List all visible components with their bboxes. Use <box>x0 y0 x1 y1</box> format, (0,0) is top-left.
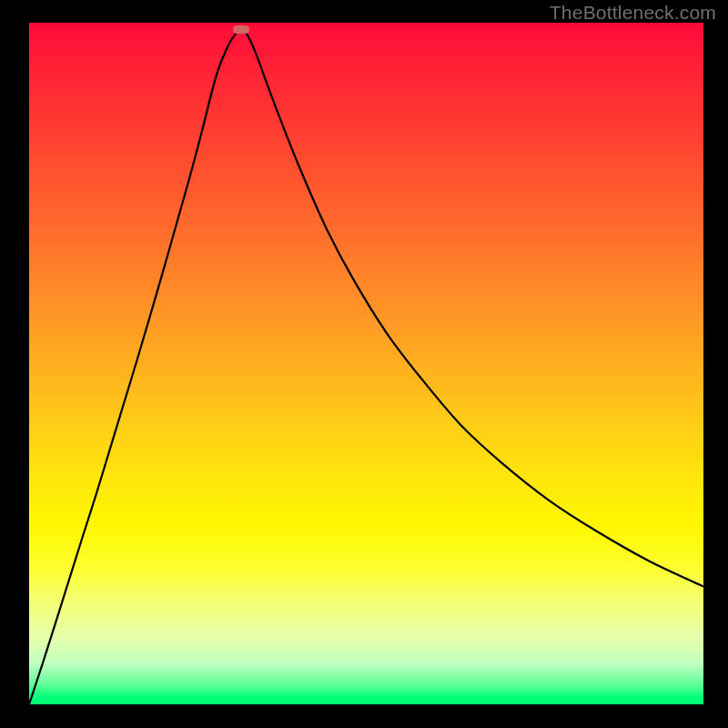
bottleneck-curve <box>29 23 703 704</box>
chart-frame: TheBottleneck.com <box>0 0 728 728</box>
plot-area <box>29 23 703 704</box>
optimal-marker <box>233 25 249 34</box>
watermark-text: TheBottleneck.com <box>550 2 716 24</box>
